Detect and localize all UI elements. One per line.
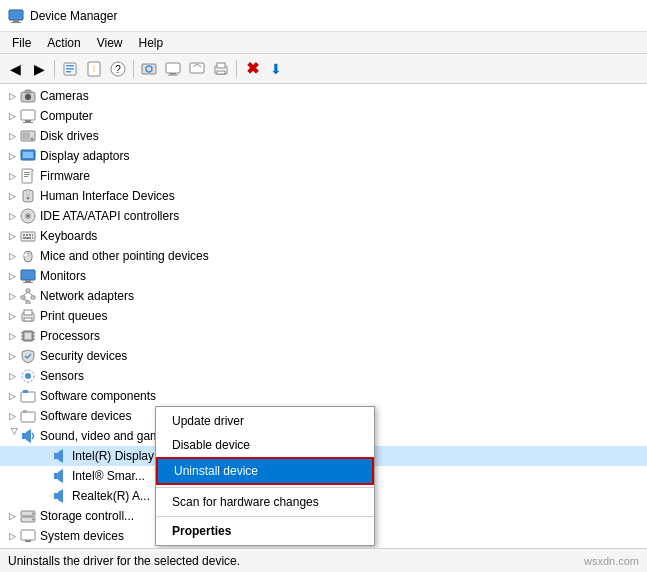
- svg-text:!: !: [93, 64, 96, 74]
- toolbar-sep-2: [133, 60, 134, 78]
- back-button[interactable]: ◀: [4, 58, 26, 80]
- svg-rect-75: [21, 392, 35, 402]
- menu-file[interactable]: File: [4, 34, 39, 52]
- expander-cameras[interactable]: ▷: [4, 88, 20, 104]
- uninstall-button[interactable]: ✖: [241, 58, 263, 80]
- status-bar: Uninstalls the driver for the selected d…: [0, 548, 647, 572]
- svg-rect-79: [22, 433, 26, 439]
- sensors-icon: [20, 368, 36, 384]
- tree-item-disk-drives[interactable]: ▷ Disk drives: [0, 126, 647, 146]
- tree-item-sensors[interactable]: ▷ Sensors: [0, 366, 647, 386]
- expander-monitors[interactable]: ▷: [4, 268, 20, 284]
- expander-computer[interactable]: ▷: [4, 108, 20, 124]
- firmware-icon: [20, 168, 36, 184]
- tree-item-hid[interactable]: ▷ Human Interface Devices: [0, 186, 647, 206]
- expander-network[interactable]: ▷: [4, 288, 20, 304]
- print-button[interactable]: [210, 58, 232, 80]
- ide-label: IDE ATA/ATAPI controllers: [40, 209, 179, 223]
- svg-rect-56: [21, 296, 25, 299]
- expander-display-adaptors[interactable]: ▷: [4, 148, 20, 164]
- storage-icon: [20, 508, 36, 524]
- expander-sensors[interactable]: ▷: [4, 368, 20, 384]
- sw-devices-icon: [20, 408, 36, 424]
- expander-sw-components[interactable]: ▷: [4, 388, 20, 404]
- expander-keyboards[interactable]: ▷: [4, 228, 20, 244]
- help-button[interactable]: ?: [107, 58, 129, 80]
- svg-rect-19: [217, 71, 225, 74]
- expander-firmware[interactable]: ▷: [4, 168, 20, 184]
- tree-item-keyboards[interactable]: ▷ Keyboards: [0, 226, 647, 246]
- expander-processors[interactable]: ▷: [4, 328, 20, 344]
- expander-security[interactable]: ▷: [4, 348, 20, 364]
- mice-label: Mice and other pointing devices: [40, 249, 209, 263]
- svg-rect-78: [23, 410, 27, 413]
- forward-button[interactable]: ▶: [28, 58, 50, 80]
- sensors-label: Sensors: [40, 369, 84, 383]
- keyboards-icon: [20, 228, 36, 244]
- svg-rect-82: [54, 493, 58, 499]
- expander-storage[interactable]: ▷: [4, 508, 20, 524]
- monitors-label: Monitors: [40, 269, 86, 283]
- ctx-uninstall-device[interactable]: Uninstall device: [156, 457, 374, 485]
- svg-rect-57: [31, 296, 35, 299]
- tree-item-network[interactable]: ▷ Network adapters: [0, 286, 647, 306]
- storage-label: Storage controll...: [40, 509, 134, 523]
- menu-help[interactable]: Help: [131, 34, 172, 52]
- update-driver-button[interactable]: !: [83, 58, 105, 80]
- properties-button[interactable]: [59, 58, 81, 80]
- svg-rect-64: [24, 318, 32, 321]
- svg-rect-45: [32, 234, 33, 236]
- sw-devices-label: Software devices: [40, 409, 131, 423]
- computer-label: Computer: [40, 109, 93, 123]
- menu-action[interactable]: Action: [39, 34, 88, 52]
- svg-line-60: [28, 292, 33, 296]
- expander-print-queues[interactable]: ▷: [4, 308, 20, 324]
- window-title: Device Manager: [30, 9, 117, 23]
- monitor-button[interactable]: [162, 58, 184, 80]
- ctx-update-driver[interactable]: Update driver: [156, 409, 374, 433]
- tree-item-computer[interactable]: ▷ Computer: [0, 106, 647, 126]
- ctx-properties[interactable]: Properties: [156, 519, 374, 543]
- sound-icon: [20, 428, 36, 444]
- expander-ide[interactable]: ▷: [4, 208, 20, 224]
- expander-disk-drives[interactable]: ▷: [4, 128, 20, 144]
- scan-button[interactable]: [138, 58, 160, 80]
- ctx-disable-device[interactable]: Disable device: [156, 433, 374, 457]
- disk-drives-icon: [20, 128, 36, 144]
- svg-rect-54: [23, 282, 33, 283]
- svg-rect-44: [29, 234, 31, 236]
- display-adaptors-label: Display adaptors: [40, 149, 129, 163]
- tree-item-display-adaptors[interactable]: ▷ Display adaptors: [0, 146, 647, 166]
- tree-item-sw-components[interactable]: ▷ Software components: [0, 386, 647, 406]
- expander-sound[interactable]: ▷: [4, 428, 20, 444]
- expander-mice[interactable]: ▷: [4, 248, 20, 264]
- menu-view[interactable]: View: [89, 34, 131, 52]
- app-icon: [8, 8, 24, 24]
- svg-rect-5: [66, 68, 74, 70]
- tree-item-firmware[interactable]: ▷ Firmware: [0, 166, 647, 186]
- computer-icon: [20, 108, 36, 124]
- expander-sw-devices[interactable]: ▷: [4, 408, 20, 424]
- expander-hid[interactable]: ▷: [4, 188, 20, 204]
- ctx-scan-hardware[interactable]: Scan for hardware changes: [156, 490, 374, 514]
- tree-item-mice[interactable]: ▷ Mice and other pointing devices: [0, 246, 647, 266]
- download-button[interactable]: ⬇: [265, 58, 287, 80]
- system-label: System devices: [40, 529, 124, 543]
- tree-item-monitors[interactable]: ▷ Monitors: [0, 266, 647, 286]
- svg-rect-53: [25, 280, 31, 282]
- hid-icon: [20, 188, 36, 204]
- ctx-separator-2: [156, 516, 374, 517]
- tree-item-cameras[interactable]: ▷ Cameras: [0, 86, 647, 106]
- tree-item-print-queues[interactable]: ▷ Print queues: [0, 306, 647, 326]
- expander-system[interactable]: ▷: [4, 528, 20, 544]
- network-icon: [20, 288, 36, 304]
- tree-item-ide[interactable]: ▷ IDE ATA/ATAPI controllers: [0, 206, 647, 226]
- keyboards-label: Keyboards: [40, 229, 97, 243]
- network-label: Network adapters: [40, 289, 134, 303]
- tree-item-security[interactable]: ▷ Security devices: [0, 346, 647, 366]
- realtek-icon: [52, 488, 68, 504]
- monitor2-button[interactable]: [186, 58, 208, 80]
- svg-rect-88: [25, 540, 31, 542]
- tree-item-processors[interactable]: ▷ Processors: [0, 326, 647, 346]
- svg-rect-6: [66, 71, 71, 73]
